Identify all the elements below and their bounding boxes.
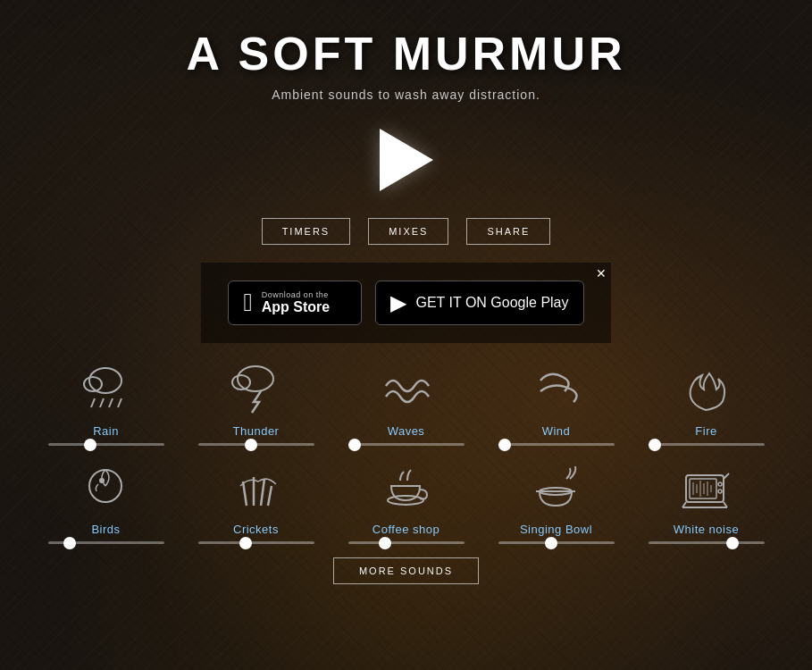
sound-item-white-noise: White noise: [632, 455, 782, 544]
fire-slider[interactable]: [649, 443, 765, 446]
rain-icon: [71, 356, 142, 419]
fire-icon: [671, 356, 742, 419]
apple-icon: : [243, 289, 252, 317]
wind-slider[interactable]: [498, 443, 615, 446]
timers-button[interactable]: TIMERS: [262, 218, 351, 245]
wind-label: Wind: [542, 424, 571, 438]
sound-item-thunder: Thunder: [181, 356, 331, 446]
svg-line-21: [724, 473, 729, 479]
singing-bowl-slider[interactable]: [498, 541, 615, 544]
google-btn-top: GET IT ON: [415, 295, 486, 310]
coffee-shop-label: Coffee shop: [373, 523, 439, 536]
white-noise-icon: [671, 455, 742, 517]
fire-label: Fire: [695, 424, 716, 438]
sound-item-wind: Wind: [481, 356, 632, 446]
mixes-button[interactable]: MIXES: [368, 218, 448, 245]
apple-app-store-button[interactable]:  Download on the App Store: [228, 281, 362, 325]
app-title: A SOFT MURMUR: [186, 27, 625, 80]
sounds-grid: Rain Thunder Waves: [4, 356, 808, 544]
apple-btn-bottom: App Store: [262, 299, 330, 315]
sound-item-crickets: Crickets: [181, 455, 331, 544]
svg-line-10: [243, 482, 247, 506]
birds-slider[interactable]: [48, 541, 164, 544]
svg-line-3: [100, 398, 104, 407]
apple-btn-top: Download on the: [262, 290, 330, 299]
wind-icon: [521, 356, 592, 419]
singing-bowl-label: Singing Bowl: [520, 523, 592, 536]
app-subtitle: Ambient sounds to wash away distraction.: [272, 88, 540, 102]
svg-line-4: [109, 398, 113, 407]
svg-point-30: [718, 490, 722, 493]
sound-item-rain: Rain: [31, 356, 181, 446]
more-sounds-button[interactable]: MORE SOUNDS: [333, 557, 479, 584]
rain-label: Rain: [93, 424, 119, 438]
sound-item-singing-bowl: Singing Bowl: [481, 455, 632, 544]
waves-slider[interactable]: [348, 443, 465, 446]
thunder-label: Thunder: [233, 424, 280, 438]
coffee-shop-icon: [371, 455, 442, 517]
svg-point-6: [238, 366, 273, 391]
white-noise-slider[interactable]: [649, 541, 765, 544]
thunder-icon: [221, 356, 292, 419]
birds-icon: [71, 455, 142, 517]
svg-line-12: [261, 479, 264, 506]
svg-line-2: [91, 398, 95, 407]
close-button[interactable]: ✕: [596, 267, 607, 280]
sound-item-fire: Fire: [632, 356, 782, 446]
svg-line-13: [268, 486, 272, 506]
singing-bowl-icon: [521, 455, 592, 517]
google-btn-bottom: Google Play: [490, 295, 568, 310]
app-buttons-panel: ✕  Download on the App Store ▶ GET IT O…: [201, 263, 610, 343]
svg-point-0: [89, 368, 121, 393]
thunder-slider[interactable]: [198, 443, 314, 446]
sound-item-waves: Waves: [331, 356, 481, 446]
svg-line-5: [118, 398, 121, 407]
svg-point-9: [100, 479, 104, 482]
birds-label: Birds: [91, 523, 120, 536]
google-play-button[interactable]: ▶ GET IT ON Google Play: [375, 281, 583, 325]
waves-label: Waves: [388, 424, 425, 438]
waves-icon: [371, 356, 442, 419]
white-noise-label: White noise: [674, 523, 739, 536]
play-button[interactable]: [380, 129, 433, 191]
crickets-icon: [221, 455, 292, 517]
crickets-slider[interactable]: [198, 541, 314, 544]
google-play-icon: ▶: [390, 290, 406, 315]
share-button[interactable]: SHARE: [466, 218, 550, 245]
sound-item-birds: Birds: [31, 455, 181, 544]
crickets-label: Crickets: [233, 523, 279, 536]
svg-point-29: [718, 482, 722, 486]
sound-item-coffee-shop: Coffee shop: [331, 455, 481, 544]
coffee-shop-slider[interactable]: [348, 541, 465, 544]
rain-slider[interactable]: [48, 443, 164, 446]
